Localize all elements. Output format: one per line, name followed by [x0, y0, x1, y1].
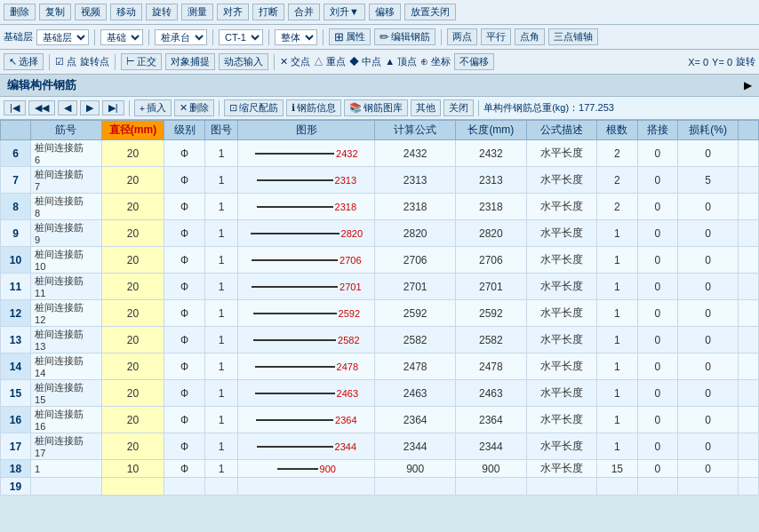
offset-btn[interactable]: 偏移 [369, 4, 401, 20]
parallel-btn[interactable]: 平行 [481, 28, 511, 45]
align-btn[interactable]: 对齐 [217, 4, 249, 20]
length[interactable]: 2706 [456, 247, 527, 274]
grade[interactable]: Ф [164, 300, 204, 327]
grade[interactable]: Ф [164, 380, 204, 407]
other-btn[interactable]: 其他 [411, 99, 441, 116]
close-btn[interactable]: 关闭 [443, 99, 474, 116]
loss[interactable]: 0 [678, 140, 739, 167]
range-select[interactable]: 整体 [275, 29, 317, 45]
copy-btn[interactable]: 复制 [39, 4, 71, 20]
shape[interactable]: 1 [204, 247, 237, 274]
bar-no[interactable]: 1 [31, 460, 102, 478]
orthogonal-btn[interactable]: ⊢ 正交 [121, 53, 162, 70]
rotate-btn[interactable]: 旋转 [146, 4, 178, 20]
diameter[interactable]: 20 [101, 327, 164, 353]
video-btn[interactable]: 视频 [75, 4, 107, 20]
formula[interactable]: 2582 [375, 327, 456, 353]
splice[interactable]: 0 [637, 274, 677, 300]
shape[interactable]: 1 [204, 380, 237, 407]
rebar-info-btn[interactable]: ℹ 钢筋信息 [286, 99, 341, 116]
formula[interactable]: 2318 [375, 194, 456, 220]
nav-last-btn[interactable]: ▶| [102, 100, 124, 115]
merge-btn[interactable]: 合并 [288, 4, 320, 20]
figure[interactable]: 2592 [238, 300, 375, 327]
grade[interactable]: Ф [164, 433, 204, 460]
nav-prev2-btn[interactable]: ◀◀ [28, 100, 55, 115]
diameter[interactable]: 20 [101, 220, 164, 247]
figure[interactable]: 2432 [238, 140, 375, 167]
formula[interactable]: 2344 [375, 433, 456, 460]
component-select[interactable]: 基础 [100, 29, 143, 45]
shape[interactable]: 1 [204, 300, 237, 327]
grade[interactable]: Ф [164, 220, 204, 247]
bar-no[interactable]: 桩间连接筋9 [31, 220, 102, 247]
loss[interactable]: 0 [678, 274, 739, 300]
diameter[interactable]: 20 [101, 194, 164, 220]
diameter[interactable]: 20 [101, 247, 164, 274]
length[interactable]: 2478 [456, 353, 527, 380]
place-close-btn[interactable]: 放置关闭 [404, 4, 456, 20]
loss[interactable]: 0 [678, 327, 739, 353]
splice[interactable]: 0 [637, 433, 677, 460]
shape[interactable] [204, 478, 237, 496]
count[interactable] [597, 478, 637, 496]
diameter[interactable] [101, 478, 164, 496]
splice[interactable]: 0 [637, 460, 677, 478]
bar-no[interactable]: 桩间连接筋12 [31, 300, 102, 327]
bar-no[interactable]: 桩间连接筋11 [31, 274, 102, 300]
formula[interactable]: 2364 [375, 407, 456, 433]
grade[interactable]: Ф [164, 194, 204, 220]
count[interactable]: 1 [597, 380, 637, 407]
panel-expand-icon[interactable]: ▶ [744, 79, 752, 91]
count[interactable]: 1 [597, 220, 637, 247]
loss[interactable] [678, 478, 739, 496]
break-btn[interactable]: 打断 [252, 4, 284, 20]
cap-select[interactable]: 桩承台 [155, 29, 207, 45]
length[interactable]: 2592 [456, 300, 527, 327]
figure[interactable]: 2582 [238, 327, 375, 353]
diameter[interactable]: 10 [101, 460, 164, 478]
length[interactable]: 2364 [456, 407, 527, 433]
count[interactable]: 1 [597, 353, 637, 380]
count[interactable]: 1 [597, 274, 637, 300]
formula[interactable]: 2463 [375, 380, 456, 407]
count[interactable]: 2 [597, 167, 637, 194]
figure[interactable]: 2820 [238, 220, 375, 247]
shape[interactable]: 1 [204, 327, 237, 353]
shape[interactable]: 1 [204, 140, 237, 167]
grade[interactable]: Ф [164, 353, 204, 380]
bar-no[interactable]: 桩间连接筋16 [31, 407, 102, 433]
count[interactable]: 1 [597, 327, 637, 353]
diameter[interactable]: 20 [101, 274, 164, 300]
sub-delete-btn[interactable]: ✕ 删除 [174, 99, 214, 116]
diameter[interactable]: 20 [101, 167, 164, 194]
scale-match-btn[interactable]: ⊡ 缩尺配筋 [224, 99, 284, 116]
no-snap-btn[interactable]: 不偏移 [454, 53, 494, 70]
grade[interactable] [164, 478, 204, 496]
liu-btn[interactable]: 刘升▼ [324, 4, 365, 20]
splice[interactable]: 0 [637, 140, 677, 167]
nav-next-btn[interactable]: ▶ [80, 100, 100, 115]
bar-no[interactable]: 桩间连接筋10 [31, 247, 102, 274]
length[interactable]: 900 [456, 460, 527, 478]
splice[interactable]: 0 [637, 327, 677, 353]
formula[interactable]: 2432 [375, 140, 456, 167]
diameter[interactable]: 20 [101, 380, 164, 407]
splice[interactable] [637, 478, 677, 496]
grade[interactable]: Ф [164, 327, 204, 353]
splice[interactable]: 0 [637, 380, 677, 407]
bar-no[interactable]: 桩间连接筋13 [31, 327, 102, 353]
count[interactable]: 1 [597, 247, 637, 274]
nav-first-btn[interactable]: |◀ [4, 100, 26, 115]
loss[interactable]: 0 [678, 460, 739, 478]
two-point-btn[interactable]: 两点 [447, 28, 477, 45]
shape[interactable]: 1 [204, 433, 237, 460]
figure[interactable]: 2706 [238, 247, 375, 274]
shape[interactable]: 1 [204, 274, 237, 300]
diameter[interactable]: 20 [101, 433, 164, 460]
loss[interactable]: 0 [678, 380, 739, 407]
diameter[interactable]: 20 [101, 353, 164, 380]
count[interactable]: 1 [597, 300, 637, 327]
formula[interactable] [375, 478, 456, 496]
measure-btn[interactable]: 测量 [181, 4, 213, 20]
